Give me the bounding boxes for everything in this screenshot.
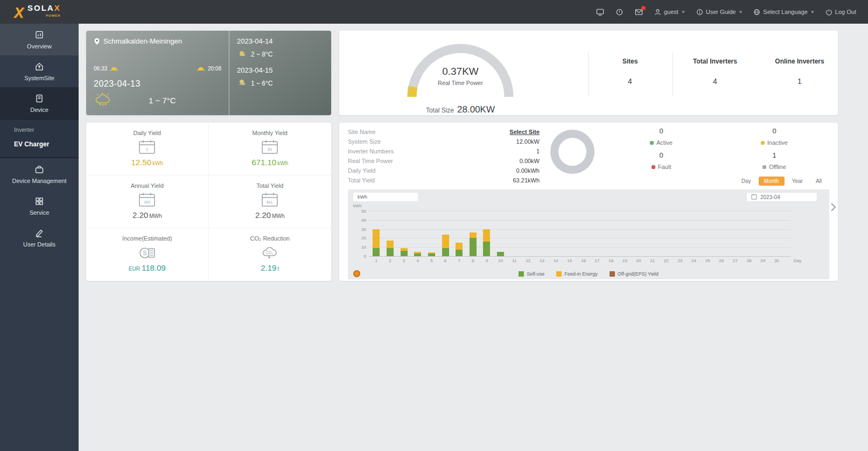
weather-location: Schmalkalden-Meiningen xyxy=(103,37,182,45)
legend-label: Self-use xyxy=(527,271,544,277)
sidebar-item-label: Overview xyxy=(27,43,52,50)
user-guide-menu[interactable]: User Guide ▼ xyxy=(696,9,743,16)
range-all-button[interactable]: All xyxy=(810,177,827,186)
detail-row-daily-yield: Daily Yield 0.00kWh xyxy=(348,166,540,175)
status-column-2: 0 Inactive 1 Offline xyxy=(742,127,807,175)
next-page-arrow[interactable] xyxy=(829,201,837,213)
stat-label: Online Inverters xyxy=(757,58,843,65)
username: guest xyxy=(664,9,678,15)
sidebar-item-systemsite[interactable]: SystemSite xyxy=(0,55,79,87)
chevron-down-icon: ▼ xyxy=(810,10,815,15)
detail-value: 63.21kWh xyxy=(513,177,540,184)
status-donut-chart xyxy=(550,130,594,174)
tile-monthly-yield: Monthly Yield 31 671.10kWh xyxy=(209,123,332,175)
sunset: 20:08 xyxy=(197,66,221,72)
y-tick-label: 0 xyxy=(364,254,366,259)
brand-x: X xyxy=(54,3,61,12)
bar-segment xyxy=(401,248,408,251)
date-picker[interactable]: 2023-04 xyxy=(746,192,817,202)
x-tick-label: 25 xyxy=(705,258,710,263)
bar-segment xyxy=(414,252,421,253)
monitor-icon[interactable] xyxy=(596,8,605,16)
logout-button[interactable]: Log Out xyxy=(825,9,856,16)
x-tick-label: 27 xyxy=(733,258,738,263)
y-tick-label: 20 xyxy=(361,236,366,241)
forecast-temp: 2 ~ 8°C xyxy=(251,51,273,58)
sidebar-item-label: Device xyxy=(30,107,48,113)
bar-segment xyxy=(373,229,380,248)
x-tick-label: 21 xyxy=(650,258,655,263)
x-tick-label: 19 xyxy=(622,258,627,263)
sidebar-subitem-inverter[interactable]: Inverter xyxy=(0,123,79,137)
sidebar-item-label: Device Management xyxy=(12,178,67,184)
x-tick-label: 15 xyxy=(567,258,572,263)
gridline xyxy=(369,211,790,212)
y-tick-label: 40 xyxy=(361,218,366,223)
detail-row-inverter-numbers: Inverter Numbers 1 xyxy=(348,146,540,156)
tile-label: Monthly Yield xyxy=(209,130,332,136)
gridline xyxy=(369,238,790,238)
bar-segment xyxy=(401,251,408,256)
sidebar-item-label: Service xyxy=(30,209,50,216)
status-value: 0 xyxy=(629,127,694,135)
status-label: Fault xyxy=(658,164,671,170)
sidebar-item-label: SystemSite xyxy=(24,75,54,81)
message-icon[interactable] xyxy=(635,8,643,16)
legend-swatch xyxy=(556,271,562,277)
user-menu[interactable]: guest ▼ xyxy=(654,9,685,16)
detail-label: Inverter Numbers xyxy=(348,148,394,154)
stat-value: 1 xyxy=(757,77,843,86)
legend-item: Self-use xyxy=(519,271,544,277)
calendar-total-icon: ALL xyxy=(260,192,280,208)
x-tick-label: 1 xyxy=(375,258,377,263)
weather-today: Schmalkalden-Meiningen 06:33 20:08 2023-… xyxy=(86,31,229,115)
x-tick-label: 18 xyxy=(608,258,613,263)
sidebar-item-device[interactable]: Device xyxy=(0,87,79,119)
sidebar-subitem-ev-charger[interactable]: EV Charger xyxy=(0,137,79,152)
x-tick-label: 29 xyxy=(760,258,765,263)
total-size: Total Size28.00KW xyxy=(401,104,520,115)
sidebar-item-overview[interactable]: Overview xyxy=(0,24,79,55)
range-year-button[interactable]: Year xyxy=(787,177,808,186)
chart-legend: Self-useFeed-in EnergyOff-grid(EPS) Yiel… xyxy=(348,271,829,277)
detail-row-site-name: Site Name Select Site xyxy=(348,127,540,137)
tile-label: CO₂ Reduction xyxy=(209,235,332,242)
total-size-value: 28.00KW xyxy=(457,104,495,115)
site-icon xyxy=(34,62,44,72)
brand-text: SOLA xyxy=(27,3,54,12)
sidebar-item-user-details[interactable]: User Details xyxy=(0,222,79,253)
yield-summary-card: Daily Yield 1 12.50kWh Monthly Yield 31 … xyxy=(86,123,331,281)
x-tick-label: 13 xyxy=(540,258,544,263)
topbar: X SOLAX POWER guest ▼ xyxy=(0,0,868,24)
legend-swatch xyxy=(519,271,524,277)
tile-label: Annual Yield xyxy=(86,182,208,189)
sidebar: Overview SystemSite Device Inverter EV C… xyxy=(0,24,79,451)
forecast-day-1: 2023-04-14 2 ~ 8°C xyxy=(237,37,324,59)
co2-cloud-icon: CO₂ xyxy=(260,245,280,261)
select-site-link[interactable]: Select Site xyxy=(509,129,540,135)
status-dot xyxy=(762,165,766,169)
status-offline: 1 Offline xyxy=(742,151,807,170)
sidebar-item-service[interactable]: Service xyxy=(0,190,79,222)
sidebar-item-device-management[interactable]: Device Management xyxy=(0,158,79,190)
detail-value: 12.00kW xyxy=(516,138,540,145)
tile-label: Daily Yield xyxy=(86,130,208,136)
user-guide-label: User Guide xyxy=(706,9,736,15)
unit-selector[interactable]: kWh xyxy=(353,193,418,201)
detail-label: Real Time Power xyxy=(348,158,393,164)
range-day-button[interactable]: Day xyxy=(736,177,757,186)
legend-label: Off-grid(EPS) Yield xyxy=(618,271,659,277)
pen-icon xyxy=(34,228,44,238)
detail-row-real-time-power: Real Time Power 0.00kW xyxy=(348,156,540,166)
x-tick-label: 5 xyxy=(430,258,432,263)
range-month-button[interactable]: Month xyxy=(759,177,785,186)
tile-co2-reduction: CO₂ Reduction CO₂ 2.19t xyxy=(209,228,332,281)
tile-value: 12.50kWh xyxy=(86,158,208,167)
status-active: 0 Active xyxy=(629,127,694,146)
power-icon xyxy=(825,9,832,16)
device-submenu: Inverter EV Charger xyxy=(0,119,79,158)
language-menu[interactable]: Select Language ▼ xyxy=(753,9,815,16)
x-tick-label: 20 xyxy=(636,258,641,263)
alarm-icon[interactable] xyxy=(615,8,624,16)
x-tick-label: 22 xyxy=(664,258,669,263)
